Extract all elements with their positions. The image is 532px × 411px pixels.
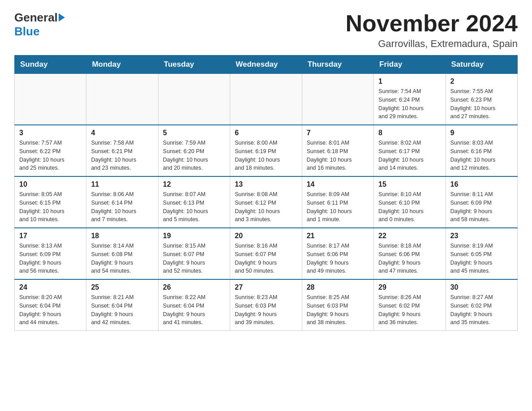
day-info: Sunrise: 8:00 AM Sunset: 6:19 PM Dayligh…: [235, 139, 297, 172]
calendar-cell: [230, 74, 302, 125]
day-info: Sunrise: 8:26 AM Sunset: 6:02 PM Dayligh…: [378, 293, 441, 327]
day-info: Sunrise: 7:57 AM Sunset: 6:22 PM Dayligh…: [19, 139, 82, 172]
day-number: 10: [19, 180, 82, 188]
subtitle: Garrovillas, Extremadura, Spain: [346, 38, 518, 50]
calendar-cell: 16Sunrise: 8:11 AM Sunset: 6:09 PM Dayli…: [446, 176, 517, 228]
day-info: Sunrise: 7:59 AM Sunset: 6:20 PM Dayligh…: [163, 139, 225, 172]
calendar-table: SundayMondayTuesdayWednesdayThursdayFrid…: [14, 55, 518, 331]
calendar-cell: [158, 74, 230, 125]
day-info: Sunrise: 8:11 AM Sunset: 6:09 PM Dayligh…: [450, 190, 513, 224]
day-number: 13: [235, 180, 297, 188]
day-number: 18: [91, 232, 153, 240]
day-number: 16: [450, 180, 513, 188]
day-info: Sunrise: 8:05 AM Sunset: 6:15 PM Dayligh…: [19, 190, 82, 224]
day-info: Sunrise: 7:58 AM Sunset: 6:21 PM Dayligh…: [91, 139, 153, 172]
day-number: 22: [378, 232, 441, 240]
day-info: Sunrise: 8:09 AM Sunset: 6:11 PM Dayligh…: [307, 190, 369, 224]
calendar-cell: [15, 74, 86, 125]
day-info: Sunrise: 7:55 AM Sunset: 6:23 PM Dayligh…: [450, 87, 513, 121]
day-number: 26: [163, 283, 225, 291]
calendar-header-thursday: Thursday: [302, 56, 373, 74]
calendar-cell: 14Sunrise: 8:09 AM Sunset: 6:11 PM Dayli…: [302, 176, 373, 228]
calendar-cell: 19Sunrise: 8:15 AM Sunset: 6:07 PM Dayli…: [158, 228, 230, 279]
page-header: General Blue November 2024 Garrovillas, …: [14, 11, 518, 50]
logo: General Blue: [14, 11, 65, 39]
calendar-cell: 13Sunrise: 8:08 AM Sunset: 6:12 PM Dayli…: [230, 176, 302, 228]
day-number: 11: [91, 180, 153, 188]
calendar-header-sunday: Sunday: [15, 56, 86, 74]
day-number: 28: [307, 283, 369, 291]
day-number: 2: [450, 77, 513, 86]
day-info: Sunrise: 7:54 AM Sunset: 6:24 PM Dayligh…: [378, 87, 441, 121]
day-info: Sunrise: 8:16 AM Sunset: 6:07 PM Dayligh…: [235, 242, 297, 275]
day-info: Sunrise: 8:18 AM Sunset: 6:06 PM Dayligh…: [378, 242, 441, 275]
day-info: Sunrise: 8:08 AM Sunset: 6:12 PM Dayligh…: [235, 190, 297, 224]
calendar-week-row: 24Sunrise: 8:20 AM Sunset: 6:04 PM Dayli…: [15, 279, 518, 331]
day-info: Sunrise: 8:10 AM Sunset: 6:10 PM Dayligh…: [378, 190, 441, 224]
calendar-cell: 8Sunrise: 8:02 AM Sunset: 6:17 PM Daylig…: [374, 125, 446, 176]
day-info: Sunrise: 8:02 AM Sunset: 6:17 PM Dayligh…: [378, 139, 441, 172]
calendar-cell: [302, 74, 373, 125]
day-info: Sunrise: 8:22 AM Sunset: 6:04 PM Dayligh…: [163, 293, 225, 327]
calendar-cell: 25Sunrise: 8:21 AM Sunset: 6:04 PM Dayli…: [86, 279, 158, 331]
calendar-cell: 22Sunrise: 8:18 AM Sunset: 6:06 PM Dayli…: [374, 228, 446, 279]
calendar-cell: 4Sunrise: 7:58 AM Sunset: 6:21 PM Daylig…: [86, 125, 158, 176]
day-info: Sunrise: 8:20 AM Sunset: 6:04 PM Dayligh…: [19, 293, 82, 327]
calendar-cell: 18Sunrise: 8:14 AM Sunset: 6:08 PM Dayli…: [86, 228, 158, 279]
day-info: Sunrise: 8:21 AM Sunset: 6:04 PM Dayligh…: [91, 293, 153, 327]
day-number: 29: [378, 283, 441, 291]
calendar-cell: 3Sunrise: 7:57 AM Sunset: 6:22 PM Daylig…: [15, 125, 86, 176]
logo-general-text: General: [14, 11, 58, 25]
day-number: 6: [235, 129, 297, 137]
calendar-cell: 12Sunrise: 8:07 AM Sunset: 6:13 PM Dayli…: [158, 176, 230, 228]
day-number: 15: [378, 180, 441, 188]
calendar-cell: 27Sunrise: 8:23 AM Sunset: 6:03 PM Dayli…: [230, 279, 302, 331]
day-number: 21: [307, 232, 369, 240]
day-number: 9: [450, 129, 513, 137]
day-info: Sunrise: 8:03 AM Sunset: 6:16 PM Dayligh…: [450, 139, 513, 172]
day-info: Sunrise: 8:13 AM Sunset: 6:09 PM Dayligh…: [19, 242, 82, 275]
day-number: 7: [307, 129, 369, 137]
calendar-header-tuesday: Tuesday: [158, 56, 230, 74]
calendar-header-monday: Monday: [86, 56, 158, 74]
calendar-cell: 29Sunrise: 8:26 AM Sunset: 6:02 PM Dayli…: [374, 279, 446, 331]
calendar-week-row: 10Sunrise: 8:05 AM Sunset: 6:15 PM Dayli…: [15, 176, 518, 228]
calendar-cell: 17Sunrise: 8:13 AM Sunset: 6:09 PM Dayli…: [15, 228, 86, 279]
day-number: 23: [450, 232, 513, 240]
calendar-week-row: 3Sunrise: 7:57 AM Sunset: 6:22 PM Daylig…: [15, 125, 518, 176]
calendar-cell: 28Sunrise: 8:25 AM Sunset: 6:03 PM Dayli…: [302, 279, 373, 331]
calendar-cell: [86, 74, 158, 125]
day-number: 4: [91, 129, 153, 137]
day-number: 14: [307, 180, 369, 188]
day-number: 3: [19, 129, 82, 137]
calendar-header-row: SundayMondayTuesdayWednesdayThursdayFrid…: [15, 56, 518, 74]
day-number: 25: [91, 283, 153, 291]
calendar-cell: 23Sunrise: 8:19 AM Sunset: 6:05 PM Dayli…: [446, 228, 517, 279]
logo-arrow-icon: [59, 13, 65, 21]
day-info: Sunrise: 8:17 AM Sunset: 6:06 PM Dayligh…: [307, 242, 369, 275]
day-info: Sunrise: 8:23 AM Sunset: 6:03 PM Dayligh…: [235, 293, 297, 327]
day-number: 30: [450, 283, 513, 291]
calendar-header-friday: Friday: [374, 56, 446, 74]
calendar-cell: 21Sunrise: 8:17 AM Sunset: 6:06 PM Dayli…: [302, 228, 373, 279]
day-number: 12: [163, 180, 225, 188]
day-number: 17: [19, 232, 82, 240]
calendar-cell: 1Sunrise: 7:54 AM Sunset: 6:24 PM Daylig…: [374, 74, 446, 125]
day-number: 24: [19, 283, 82, 291]
day-info: Sunrise: 8:07 AM Sunset: 6:13 PM Dayligh…: [163, 190, 225, 224]
calendar-cell: 6Sunrise: 8:00 AM Sunset: 6:19 PM Daylig…: [230, 125, 302, 176]
day-number: 8: [378, 129, 441, 137]
day-number: 20: [235, 232, 297, 240]
calendar-cell: 26Sunrise: 8:22 AM Sunset: 6:04 PM Dayli…: [158, 279, 230, 331]
calendar-week-row: 17Sunrise: 8:13 AM Sunset: 6:09 PM Dayli…: [15, 228, 518, 279]
calendar-week-row: 1Sunrise: 7:54 AM Sunset: 6:24 PM Daylig…: [15, 74, 518, 125]
calendar-header-wednesday: Wednesday: [230, 56, 302, 74]
day-number: 19: [163, 232, 225, 240]
day-info: Sunrise: 8:14 AM Sunset: 6:08 PM Dayligh…: [91, 242, 153, 275]
day-info: Sunrise: 8:19 AM Sunset: 6:05 PM Dayligh…: [450, 242, 513, 275]
main-title: November 2024: [346, 11, 518, 36]
day-number: 5: [163, 129, 225, 137]
calendar-header-saturday: Saturday: [446, 56, 517, 74]
calendar-cell: 24Sunrise: 8:20 AM Sunset: 6:04 PM Dayli…: [15, 279, 86, 331]
calendar-cell: 10Sunrise: 8:05 AM Sunset: 6:15 PM Dayli…: [15, 176, 86, 228]
